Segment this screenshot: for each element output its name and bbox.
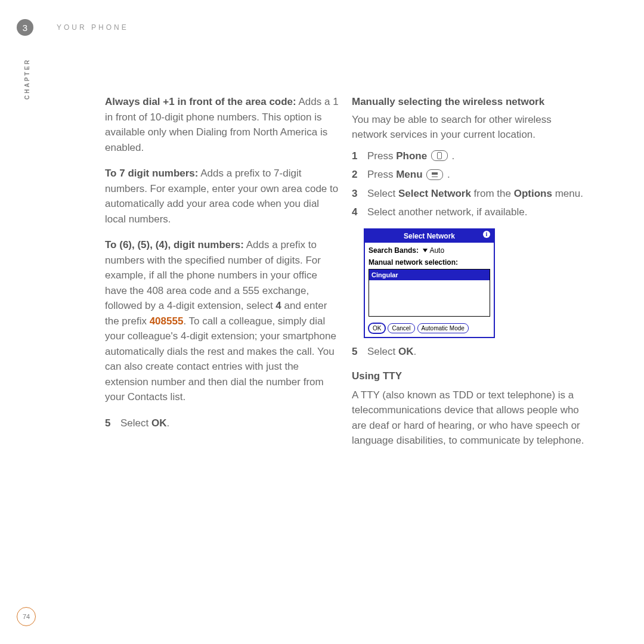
menu-key-icon <box>426 169 443 180</box>
bold-label: To (6), (5), (4), digit numbers: <box>105 239 244 250</box>
mock-network-selected[interactable]: Cingular <box>369 270 490 281</box>
inline-bold-ok: OK <box>398 346 414 357</box>
inline-bold-4: 4 <box>275 300 281 311</box>
paragraph-7-digit: To 7 digit numbers: Adds a prefix to 7-d… <box>105 166 339 227</box>
step-text: Select another network, if available. <box>367 205 586 220</box>
info-icon[interactable]: i <box>483 231 490 238</box>
step-number: 3 <box>352 186 360 202</box>
step-number: 2 <box>352 167 360 182</box>
step-number: 5 <box>352 344 360 360</box>
body-text: Select <box>367 346 398 357</box>
paragraph-always-dial: Always dial +1 in front of the area code… <box>105 94 339 155</box>
mock-button-row: OK Cancel Automatic Mode <box>365 320 494 337</box>
inline-bold-ok: OK <box>151 417 167 429</box>
bold-label: To 7 digit numbers: <box>105 168 198 179</box>
inline-bold-select-network: Select Network <box>398 188 471 199</box>
body-text: menu. <box>552 188 583 199</box>
step-text: Select Select Network from the Options m… <box>367 186 586 202</box>
inline-bold-options: Options <box>514 188 552 199</box>
inline-prefix-408555: 408555 <box>150 315 184 327</box>
mock-row-search-bands: Search Bands: Auto <box>369 245 490 256</box>
chapter-number-badge: 3 <box>17 19 33 36</box>
chapter-side-label: CHAPTER <box>24 58 30 100</box>
page-number-badge: 74 <box>17 607 36 626</box>
mock-automatic-mode-button[interactable]: Automatic Mode <box>417 323 469 333</box>
right-step-1: 1 Press Phone . <box>352 148 586 164</box>
step-number: 5 <box>105 416 113 431</box>
right-step-5: 5 Select OK. <box>352 344 586 360</box>
mock-titlebar: Select Network i <box>365 230 494 243</box>
body-text: . <box>413 346 416 357</box>
left-column: Always dial +1 in front of the area code… <box>105 94 339 434</box>
mock-cancel-button[interactable]: Cancel <box>388 323 414 333</box>
mock-label: Search Bands: <box>369 246 419 255</box>
right-column: Manually selecting the wireless network … <box>352 94 586 459</box>
heading-manual-network: Manually selecting the wireless network <box>352 94 586 110</box>
mock-ok-button[interactable]: OK <box>369 323 385 333</box>
body-text: Select <box>120 417 151 429</box>
phone-key-icon <box>431 150 448 161</box>
inline-bold-menu: Menu <box>396 169 422 180</box>
paragraph-654-digit: To (6), (5), (4), digit numbers: Adds a … <box>105 237 339 405</box>
bold-label: Always dial +1 in front of the area code… <box>105 96 296 107</box>
inline-bold-phone: Phone <box>396 150 427 162</box>
right-step-4: 4 Select another network, if available. <box>352 205 586 220</box>
chevron-down-icon <box>423 249 428 252</box>
intro-text: You may be able to search for other wire… <box>352 112 586 143</box>
step-text: Press Menu . <box>367 167 586 182</box>
body-text: . <box>166 417 169 429</box>
step-number: 4 <box>352 205 360 220</box>
step-number: 1 <box>352 148 360 164</box>
chapter-number: 3 <box>23 23 27 33</box>
left-step-5: 5 Select OK. <box>105 416 339 431</box>
mock-dropdown-value: Auto <box>429 246 444 255</box>
body-text: Select <box>367 188 398 199</box>
right-step-3: 3 Select Select Network from the Options… <box>352 186 586 202</box>
body-text: from the <box>471 188 514 199</box>
body-text: Press <box>367 150 396 162</box>
select-network-screenshot: Select Network i Search Bands: Auto Manu… <box>364 228 495 338</box>
mock-dropdown-search-bands[interactable]: Auto <box>423 245 444 256</box>
chapter-title: YOUR PHONE <box>57 23 129 32</box>
step-text: Select OK. <box>367 344 586 360</box>
page-number: 74 <box>23 613 30 620</box>
mock-title-text: Select Network <box>404 232 455 240</box>
body-text: . <box>449 150 454 162</box>
step-text: Press Phone . <box>367 148 586 164</box>
right-step-2: 2 Press Menu . <box>352 167 586 182</box>
step-text: Select OK. <box>120 416 339 431</box>
mock-row-manual-label: Manual network selection: <box>369 257 490 268</box>
body-text: . <box>444 169 450 180</box>
mock-body: Search Bands: Auto Manual network select… <box>365 243 494 320</box>
tty-paragraph: A TTY (also known as TDD or text telepho… <box>352 388 586 448</box>
heading-using-tty: Using TTY <box>352 369 586 384</box>
body-text: Press <box>367 169 396 180</box>
body-text: . To call a colleague, simply dial your … <box>105 315 336 403</box>
mock-network-list[interactable]: Cingular <box>369 269 490 317</box>
